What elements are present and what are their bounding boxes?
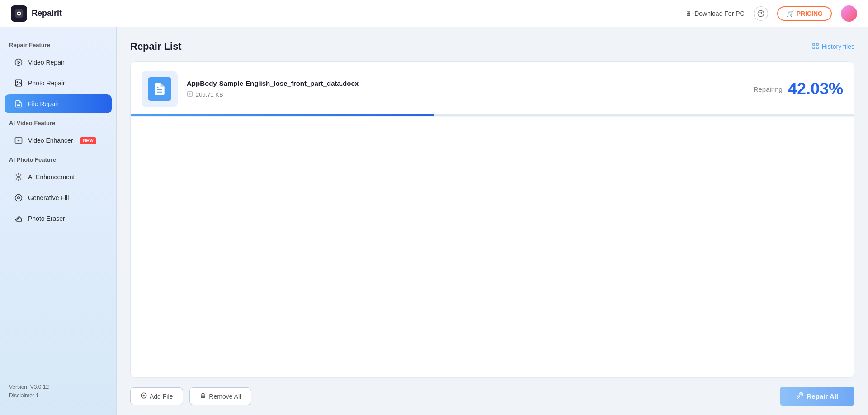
repair-list: AppBody-Sample-English_lose_front_part_d… xyxy=(130,61,854,378)
file-icon-wrapper xyxy=(142,71,178,107)
topbar-right: 🖥 Download For PC 🛒 PRICING xyxy=(685,5,857,22)
sidebar-item-ai-enhancement[interactable]: AI Enhancement xyxy=(5,168,112,187)
svg-point-2 xyxy=(18,12,20,14)
user-avatar[interactable] xyxy=(841,5,857,22)
sidebar-section-repair: Repair Feature xyxy=(0,36,116,52)
sidebar-section-ai-video: AI Video Feature xyxy=(0,114,116,130)
topbar: Repairit 🖥 Download For PC 🛒 PRICING xyxy=(0,0,868,27)
sidebar-item-photo-repair-label: Photo Repair xyxy=(28,79,65,87)
svg-point-12 xyxy=(18,176,20,178)
download-link[interactable]: 🖥 Download For PC xyxy=(685,10,745,17)
main-layout: Repair Feature Video Repair Photo Repair xyxy=(0,27,868,415)
repair-all-label: Repair All xyxy=(807,392,838,400)
sidebar: Repair Feature Video Repair Photo Repair xyxy=(0,27,117,415)
logo-area: Repairit xyxy=(11,5,124,22)
monitor-icon: 🖥 xyxy=(685,10,692,17)
disclaimer-link[interactable]: Disclaimer ℹ xyxy=(9,392,107,399)
sidebar-item-file-repair-label: File Repair xyxy=(28,100,59,107)
sidebar-item-generative-fill-label: Generative Fill xyxy=(28,194,69,201)
content-header: Repair List History files xyxy=(130,41,854,52)
history-files-link[interactable]: History files xyxy=(812,42,854,51)
repair-all-button[interactable]: Repair All xyxy=(780,387,854,406)
file-meta: 209.71 KB xyxy=(187,91,754,98)
history-icon xyxy=(812,42,819,51)
file-size-icon xyxy=(187,91,193,98)
pricing-button[interactable]: 🛒 PRICING xyxy=(777,6,832,21)
photo-eraser-icon xyxy=(14,214,24,224)
generative-fill-icon xyxy=(14,193,24,203)
cart-icon: 🛒 xyxy=(786,10,794,17)
video-enhancer-icon xyxy=(14,135,24,145)
svg-point-8 xyxy=(17,81,18,82)
app-name: Repairit xyxy=(32,9,62,18)
file-icon xyxy=(148,77,171,101)
sidebar-item-generative-fill[interactable]: Generative Fill xyxy=(5,188,112,207)
file-info: AppBody-Sample-English_lose_front_part_d… xyxy=(187,79,754,98)
remove-all-button[interactable]: Remove All xyxy=(189,387,251,405)
sidebar-item-photo-eraser[interactable]: Photo Eraser xyxy=(5,209,112,228)
video-repair-icon xyxy=(14,57,24,67)
svg-point-5 xyxy=(15,59,22,66)
disclaimer-label: Disclaimer xyxy=(9,392,34,399)
repair-percent: 42.03% xyxy=(788,79,843,98)
svg-marker-14 xyxy=(15,216,22,221)
progress-bar-container xyxy=(131,114,854,116)
content-area: Repair List History files xyxy=(117,27,868,415)
sidebar-item-photo-eraser-label: Photo Eraser xyxy=(28,215,65,222)
svg-marker-6 xyxy=(18,61,20,64)
bottom-bar: Add File Remove All xyxy=(130,387,854,406)
file-name: AppBody-Sample-English_lose_front_part_d… xyxy=(187,79,754,87)
sidebar-section-ai-photo: AI Photo Feature xyxy=(0,151,116,167)
sidebar-bottom: Version: V3.0.12 Disclaimer ℹ xyxy=(0,377,116,406)
sidebar-item-video-enhancer[interactable]: Video Enhancer NEW xyxy=(5,131,112,150)
app-logo-icon xyxy=(11,5,27,22)
table-row: AppBody-Sample-English_lose_front_part_d… xyxy=(131,62,854,117)
repair-status: Repairing 42.03% xyxy=(754,79,843,98)
add-file-button[interactable]: Add File xyxy=(130,387,183,405)
wrench-icon xyxy=(796,392,803,401)
trash-icon xyxy=(200,392,206,400)
progress-bar-fill xyxy=(131,114,434,116)
page-title: Repair List xyxy=(130,41,182,52)
add-icon xyxy=(141,392,147,400)
add-file-label: Add File xyxy=(150,393,173,400)
sidebar-item-video-repair-label: Video Repair xyxy=(28,59,65,66)
remove-all-label: Remove All xyxy=(209,393,241,400)
sidebar-item-photo-repair[interactable]: Photo Repair xyxy=(5,74,112,93)
sidebar-item-video-repair[interactable]: Video Repair xyxy=(5,53,112,72)
repairing-label: Repairing xyxy=(754,85,783,93)
file-size: 209.71 KB xyxy=(196,91,223,98)
photo-repair-icon xyxy=(14,78,24,88)
ai-enhancement-icon xyxy=(14,172,24,182)
new-badge: NEW xyxy=(80,137,96,144)
sidebar-item-video-enhancer-label: Video Enhancer xyxy=(28,137,73,144)
version-text: Version: V3.0.12 xyxy=(9,384,107,390)
sidebar-item-ai-enhancement-label: AI Enhancement xyxy=(28,173,75,181)
file-repair-icon xyxy=(14,99,24,109)
info-icon: ℹ xyxy=(36,392,38,399)
help-icon[interactable] xyxy=(754,6,768,21)
svg-rect-11 xyxy=(15,138,22,143)
history-files-label: History files xyxy=(822,43,854,50)
svg-point-13 xyxy=(15,195,22,201)
sidebar-item-file-repair[interactable]: File Repair xyxy=(5,94,112,113)
